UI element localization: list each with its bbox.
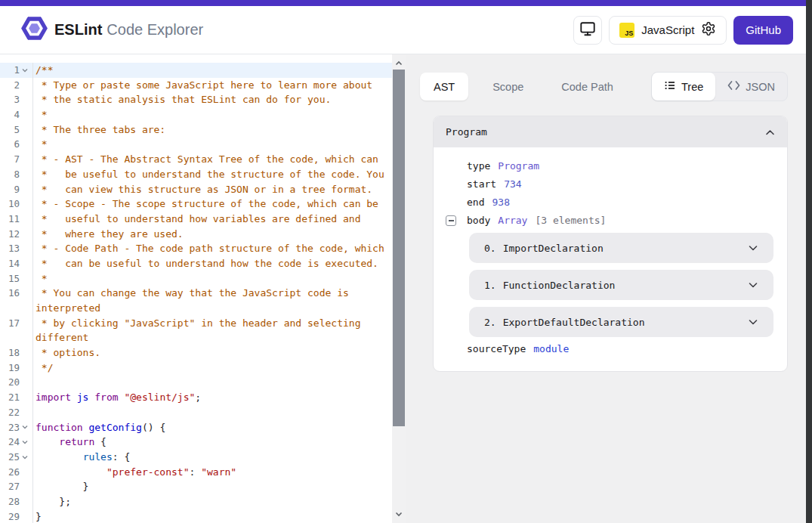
theme-toggle-button[interactable] [573, 16, 602, 45]
code-text: * [36, 107, 392, 122]
fold-spacer [20, 92, 30, 107]
fold-toggle-icon[interactable] [20, 435, 30, 450]
code-line[interactable]: 17 * by clicking "JavaScript" in the hea… [0, 316, 392, 331]
tab-scope[interactable]: Scope [479, 73, 537, 101]
code-line[interactable]: 18 * options. [0, 345, 392, 361]
line-number: 13 [0, 241, 20, 256]
line-number: 12 [0, 227, 20, 242]
ast-node-header[interactable]: Program [434, 116, 787, 147]
ast-prop-row: typeProgram [467, 157, 773, 175]
chevron-up-icon [765, 125, 775, 139]
fold-spacer [20, 78, 30, 93]
code-text: * - AST - The Abstract Syntax Tree of th… [36, 152, 392, 167]
gutter-divider [30, 375, 33, 390]
fold-toggle-icon[interactable] [20, 450, 30, 465]
line-number: 2 [0, 78, 20, 93]
code-line[interactable]: 5 * The three tabs are: [0, 122, 392, 138]
code-line[interactable]: 3 * the static analysis that ESLint can … [0, 92, 392, 107]
code-line[interactable]: 28 }; [0, 494, 392, 509]
gutter-divider [30, 271, 33, 286]
line-number: 27 [0, 479, 20, 494]
code-line[interactable]: 22 [0, 405, 392, 420]
line-number: 6 [0, 137, 20, 152]
code-line[interactable]: 14 * can be useful to understand how the… [0, 256, 392, 271]
gutter-divider [30, 494, 33, 509]
code-brackets-icon [727, 80, 740, 93]
scroll-down-icon[interactable] [392, 508, 406, 520]
fold-spacer [20, 286, 30, 301]
scroll-up-icon[interactable] [392, 57, 406, 70]
code-line[interactable]: 11 * useful to understand how variables … [0, 212, 392, 227]
code-text: * be useful to understand the structure … [36, 167, 392, 182]
code-text: * options. [36, 345, 392, 361]
tree-view-button[interactable]: Tree [652, 73, 715, 101]
tab-code-path[interactable]: Code Path [548, 73, 627, 101]
code-text: interpreted [36, 301, 392, 316]
line-number: 17 [0, 316, 20, 331]
code-line[interactable]: 23function getConfig() { [0, 420, 392, 435]
code-line[interactable]: 27 } [0, 479, 392, 494]
gutter-divider [30, 465, 33, 480]
code-line[interactable]: interpreted [0, 301, 392, 316]
fold-spacer [20, 152, 30, 167]
chevron-down-icon [748, 317, 758, 328]
line-number: 26 [0, 465, 20, 480]
fold-spacer [20, 167, 30, 182]
github-button[interactable]: GitHub [733, 16, 793, 45]
code-line[interactable]: different [0, 330, 392, 345]
gutter-divider [30, 227, 33, 242]
code-line[interactable]: 6 * [0, 137, 392, 152]
code-line[interactable]: 16 * You can change the way that the Jav… [0, 286, 392, 301]
line-number: 15 [0, 271, 20, 286]
code-line[interactable]: 2 * Type or paste some JavaScript here t… [0, 78, 392, 93]
fold-toggle-icon[interactable] [20, 63, 30, 78]
javascript-icon: JS [619, 23, 634, 38]
prop-value: Array [498, 212, 527, 230]
code-line[interactable]: 29} [0, 509, 392, 523]
code-line[interactable]: 10 * - Scope - The scope structure of th… [0, 197, 392, 212]
code-line[interactable]: 8 * be useful to understand the structur… [0, 167, 392, 182]
gutter-divider [30, 420, 33, 435]
code-line[interactable]: 19 */ [0, 361, 392, 376]
prop-value: 734 [504, 175, 521, 193]
ast-child-node[interactable]: 2.ExportDefaultDeclaration [469, 307, 773, 337]
gutter-divider [30, 509, 33, 523]
tab-ast[interactable]: AST [420, 73, 468, 101]
code-line[interactable]: 1/** [0, 63, 392, 78]
code-text: /** [36, 63, 392, 78]
ast-child-node[interactable]: 0.ImportDeclaration [469, 233, 773, 263]
code-line[interactable]: 7 * - AST - The Abstract Syntax Tree of … [0, 152, 392, 167]
ast-node-card: Program typeProgramstart734end938bodyArr… [433, 116, 788, 372]
ast-props: typeProgramstart734end938bodyArray[3 ele… [467, 157, 773, 230]
scrollbar-thumb[interactable] [393, 70, 405, 426]
fold-spacer [20, 390, 30, 405]
code-line[interactable]: 4 * [0, 107, 392, 122]
panel-tabs: AST Scope Code Path [420, 73, 627, 101]
json-view-button[interactable]: JSON [715, 73, 787, 101]
code-line[interactable]: 13 * - Code Path - The code path structu… [0, 241, 392, 256]
fold-spacer [20, 479, 30, 494]
editor-scrollbar[interactable] [392, 54, 406, 523]
code-line[interactable]: 20 [0, 375, 392, 390]
child-index: 1. [484, 280, 496, 291]
code-line[interactable]: 21import js from "@eslint/js"; [0, 390, 392, 405]
fold-spacer [20, 182, 30, 197]
code-text: return { [36, 435, 392, 450]
code-line[interactable]: 24 return { [0, 435, 392, 450]
code-line[interactable]: 25 rules: { [0, 450, 392, 465]
code-editor[interactable]: 1/**2 * Type or paste some JavaScript he… [0, 54, 392, 523]
brand[interactable]: ESLint Code Explorer [21, 17, 203, 43]
code-line[interactable]: 26 "prefer-const": "warn" [0, 465, 392, 480]
collapse-minus-icon[interactable] [446, 215, 456, 226]
window-edge-strip [806, 0, 812, 523]
line-number: 28 [0, 494, 20, 509]
code-line[interactable]: 12 * where they are used. [0, 227, 392, 242]
language-select-button[interactable]: JS JavaScript [609, 16, 727, 45]
ast-child-node[interactable]: 1.FunctionDeclaration [469, 270, 773, 300]
line-number: 5 [0, 122, 20, 138]
monitor-icon [579, 20, 596, 39]
code-line[interactable]: 15 * [0, 271, 392, 286]
code-line[interactable]: 9 * can view this structure as JSON or i… [0, 182, 392, 197]
gutter-divider [30, 137, 33, 152]
fold-toggle-icon[interactable] [20, 420, 30, 435]
